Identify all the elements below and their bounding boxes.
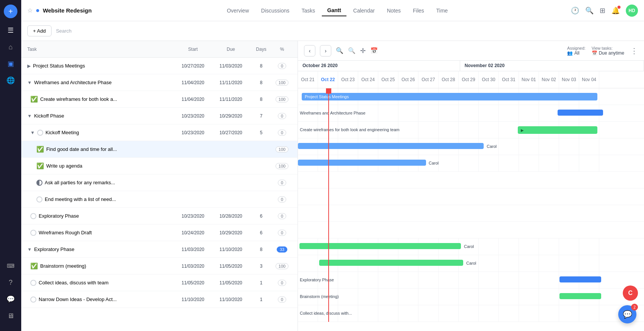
task-row[interactable]: ✅ Find good date and time for all... 100 [21,141,298,158]
gantt-bar-create-wireframes[interactable]: ▶ [518,126,597,134]
gantt-cell [378,289,398,305]
star-icon[interactable]: ☆ [27,7,33,14]
nav-notes[interactable]: Notes [382,5,406,16]
grid-icon[interactable]: ⊞ [600,6,605,15]
task-row[interactable]: End meeting with a list of need... 0 [21,191,298,208]
task-row[interactable]: ▶ Project Status Meetings 10/27/2020 11/… [21,58,298,74]
user-avatar[interactable]: HD [626,5,638,17]
notification-icon[interactable]: 🔔 [611,6,620,15]
nav-gantt[interactable]: Gantt [322,5,346,16]
sidebar-help-icon[interactable]: ? [3,275,18,290]
gantt-cell [519,289,539,305]
nav-time[interactable]: Time [431,5,453,16]
task-panel: Task Start Due Days % ▶ Project Status M… [21,41,298,331]
task-header: Task Start Due Days % [21,41,298,58]
task-days: 8 [250,247,273,252]
more-options-button[interactable]: ⋮ [630,46,638,55]
col-header-due: Due [212,47,250,52]
nav-discussions[interactable]: Discussions [256,5,295,16]
gantt-chart[interactable]: October 26 2020 November 02 2020 Oct 21 … [298,61,644,331]
sidebar-projects-icon[interactable]: ▣ [3,56,18,71]
c-avatar[interactable]: C [623,286,638,301]
gantt-cell [358,305,378,322]
gantt-bar-exploratory-sub[interactable]: ▶ [299,243,461,249]
sidebar-menu-icon[interactable]: ☰ [3,23,18,38]
search-input[interactable] [56,28,132,34]
add-button[interactable]: + Add [27,25,52,36]
task-row[interactable]: Narrow Down Ideas - Develop Act... 11/10… [21,291,298,308]
task-row[interactable]: Collect ideas, discuss with team 11/05/2… [21,275,298,291]
gantt-cell [539,255,559,272]
gantt-cell [479,122,499,138]
clock-icon[interactable]: 🕐 [571,6,579,15]
gantt-bar-kickoff-meeting[interactable] [298,160,426,166]
project-title: Website Redesign [43,7,92,14]
new-item-button[interactable]: + [4,5,17,18]
task-pct: 0 [273,296,291,303]
chat-bubble-button[interactable]: 💬 2 [618,305,636,323]
gantt-cell [579,238,599,255]
task-name-cell: ✅ Brainstorm (meeting) [30,262,174,270]
view-tasks-value[interactable]: 📅 Due anytime [592,50,624,56]
status-complete-icon: ✅ [36,162,44,169]
gantt-back-button[interactable]: ‹ [304,45,315,56]
gantt-cell [519,272,539,289]
gantt-cell [459,305,479,322]
nav-overview[interactable]: Overview [221,5,254,16]
task-name-cell: End meeting with a list of need... [36,196,174,202]
task-days: 8 [250,97,273,102]
gantt-row: Exploratory Phase [298,272,644,289]
gantt-bar-wireframes-phase[interactable] [558,110,603,116]
sidebar-home-icon[interactable]: ⌂ [3,39,18,55]
task-row[interactable]: ▼ Wireframes and Architecture Phase 11/0… [21,74,298,91]
gantt-day-oct31: Oct 31 [499,71,519,88]
gantt-cell [479,289,499,305]
gantt-bar-exploratory-phase[interactable] [559,276,601,282]
gantt-cell [519,155,539,172]
gantt-row: ickoff Phase Carol [298,138,644,155]
task-row[interactable]: Ask all parties for any remarks... 0 [21,174,298,191]
task-name-cell: ✅ Create wireframes for both look a... [30,96,174,103]
task-row[interactable]: Exploratory Phase 10/23/2020 10/28/2020 … [21,208,298,224]
task-row[interactable]: ✅ Brainstorm (meeting) 11/03/2020 11/05/… [21,258,298,275]
gantt-bar-brainstorm[interactable] [559,293,601,299]
task-row[interactable]: ▼ Kickoff Meeting 10/23/2020 10/27/2020 … [21,124,298,141]
task-row[interactable]: ✅ Write up agenda 100 [21,158,298,174]
gantt-cell [499,255,519,272]
task-row[interactable]: Wireframes Rough Draft 10/24/2020 10/29/… [21,224,298,241]
sidebar-chat-icon[interactable]: 💬 [3,292,18,307]
nav-files[interactable]: Files [407,5,429,16]
task-due-date: 11/03/2020 [212,63,250,69]
zoom-out-icon[interactable]: 🔍 [348,47,356,54]
gantt-bar-wireframes-rough[interactable]: ▶ [319,260,463,266]
zoom-in-icon[interactable]: 🔍 [336,47,343,54]
gantt-cell [418,122,439,138]
task-row[interactable]: ▼ Exploratory Phase 11/03/2020 11/10/202… [21,241,298,258]
move-icon[interactable]: ✛ [360,47,366,55]
search-icon[interactable]: 🔍 [585,6,594,15]
task-list: ▶ Project Status Meetings 10/27/2020 11/… [21,58,298,331]
gantt-forward-button[interactable]: › [320,45,331,56]
task-name: Kickoff Phase [34,113,64,119]
sidebar-keyboard-icon[interactable]: ⌨ [3,258,18,273]
sidebar-globe-icon[interactable]: 🌐 [3,73,18,88]
assigned-value[interactable]: 👥 All [567,50,579,56]
task-row[interactable]: ✅ Create wireframes for both look a... 1… [21,91,298,108]
gantt-label-brainstorm: Brainstorm (meeting) [300,294,339,299]
task-pct: 33 [273,246,291,253]
gantt-bar-project-status[interactable]: Project Status Meetings [302,93,597,100]
calendar-icon[interactable]: 📅 [370,47,378,54]
nav-calendar[interactable]: Calendar [348,5,380,16]
task-row[interactable]: ▼ Kickoff Phase 10/23/2020 10/29/2020 7 … [21,108,298,124]
view-tasks-info: View tasks: 📅 Due anytime [592,46,624,56]
col-header-task: Task [27,47,174,52]
task-days: 3 [250,264,273,269]
col-header-pct: % [273,47,291,52]
task-start-date: 10/27/2020 [174,63,212,69]
gantt-bar-kickoff-phase[interactable] [298,143,484,149]
toolbar-row: + Add [21,21,644,41]
sidebar-monitor-icon[interactable]: 🖥 [3,308,18,323]
nav-right: 🕐 🔍 ⊞ 🔔 HD [571,5,638,17]
nav-tasks[interactable]: Tasks [296,5,320,16]
task-due-date: 11/11/2020 [212,80,250,85]
